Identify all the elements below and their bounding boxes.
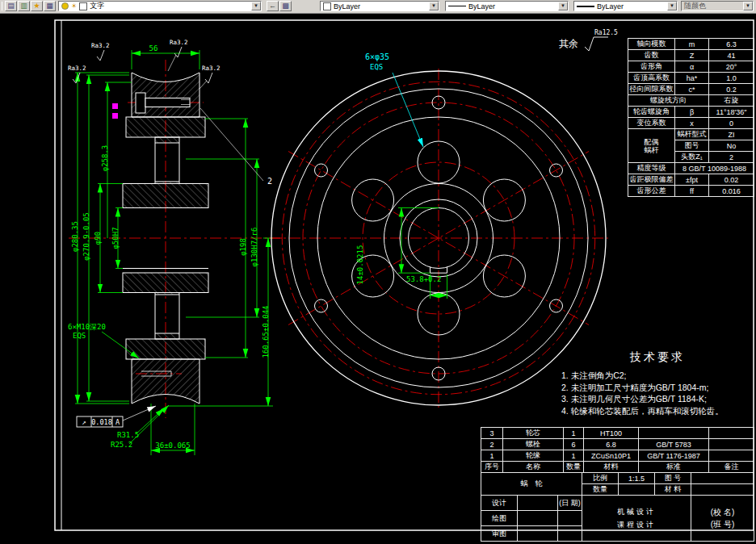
col-header: 备注 — [709, 462, 754, 473]
part-name: 螺栓 — [503, 439, 564, 450]
col-header: 序号 — [481, 462, 503, 473]
hole-callout: 6×φ35 EQS — [365, 52, 423, 147]
roughness-value: Ra3.2 — [68, 65, 86, 72]
label-tapped-eqs: EQS — [73, 332, 86, 340]
web-bottom — [155, 293, 179, 340]
linetype-combo-arrow-icon[interactable]: ▼ — [558, 2, 568, 10]
make-layer-current-icon[interactable]: ★ — [31, 1, 43, 11]
color-combo-arrow-icon[interactable]: ▼ — [429, 2, 439, 10]
param-label: 精度等级 — [628, 163, 675, 174]
param-value: 41 — [709, 50, 754, 61]
layer-tools-icon[interactable]: ▩ — [279, 1, 292, 11]
part-title: 蜗轮 — [481, 473, 582, 496]
rim-section-bottom — [132, 359, 200, 404]
layer-manager-icon[interactable]: ▦ — [44, 1, 56, 11]
param-value: 0.02 — [709, 174, 754, 186]
part-standard — [639, 428, 709, 439]
linetype-combo-value: ByLayer — [468, 2, 495, 10]
plotstyle-combo-value: 随颜色 — [684, 1, 706, 11]
part-qty: 1 — [564, 450, 584, 462]
dim-keyway-width: 14±0.0215 — [356, 245, 364, 285]
layer-combo-value: 文字 — [90, 1, 104, 11]
col-header: 材料 — [584, 462, 639, 473]
part-remark — [709, 428, 754, 439]
part-qty: 6 — [564, 439, 584, 450]
param-value: 8 GB/T 10089-1988 — [675, 163, 754, 174]
bolt-shank — [145, 98, 190, 107]
check-date — [558, 526, 582, 542]
label-holes: 6×φ35 — [365, 52, 389, 61]
param-label: 头数Z₁ — [675, 152, 709, 163]
param-value: ZI — [709, 129, 754, 140]
part-material: HT100 — [584, 428, 639, 439]
tech-req-item: 1. 未注倒角为C2; — [561, 370, 754, 382]
part-standard: GB/T 1176-1987 — [639, 450, 709, 462]
drawing-canvas[interactable]: 56 φ280.35 φ270.9-0.05 φ258.3 φ90 φ50H7 … — [0, 13, 756, 544]
layer-properties-icon[interactable]: ▤ — [5, 1, 17, 11]
plotstyle-combo[interactable]: 随颜色 ▼ — [681, 1, 754, 11]
runout-value: 0.018 — [91, 418, 112, 426]
param-label: 齿顶高系数 — [628, 73, 675, 84]
class-label: (班 号) — [691, 518, 754, 530]
param-symbol: β — [675, 107, 709, 118]
layer-combo-arrow-icon[interactable]: ▼ — [251, 2, 261, 10]
school-label: (校 名) — [691, 506, 754, 518]
roughness-check-icon — [97, 50, 104, 61]
hub-bottom — [123, 273, 208, 293]
plotstyle-combo-arrow-icon[interactable]: ▼ — [743, 2, 753, 10]
part-qty: 1 — [564, 428, 584, 439]
roughness-value: Ra3.2 — [170, 39, 188, 46]
param-label: 齿数 — [628, 50, 675, 61]
date-label: (日 期) — [558, 496, 582, 511]
front-view: 6×φ35 EQS 53.8+0.2 14±0.0215 — [269, 52, 608, 408]
param-symbol: ±fpt — [675, 174, 709, 186]
core-flange-top — [126, 117, 205, 137]
scale-label: 比例 — [582, 473, 619, 484]
color-swatch-icon — [323, 2, 331, 10]
front-centerlines — [269, 69, 608, 408]
part-balloon: 2 — [200, 108, 272, 186]
param-label: 齿距极限偏差 — [628, 174, 675, 186]
web-top — [155, 137, 179, 184]
roughness-texts: Ra3.2 Ra3.2 Ra3.2 Ra3.2 — [68, 39, 220, 72]
selection-grips[interactable] — [112, 103, 118, 119]
layer-previous-icon[interactable]: ← — [267, 1, 279, 11]
qty-value — [619, 484, 655, 496]
tech-req-item: 3. 未注明几何尺寸公差为GB/T 1184-K; — [561, 393, 754, 405]
param-value: 6.3 — [709, 39, 754, 50]
part-no: 2 — [481, 439, 503, 450]
col-header: 标准 — [639, 462, 709, 473]
tech-req-item: 2. 未注明加工尺寸精度为GB/T 1804-m; — [561, 382, 754, 394]
param-symbol: α — [675, 61, 709, 73]
color-combo[interactable]: ByLayer ▼ — [320, 1, 439, 11]
dim-flange-diameter: φ198 — [239, 238, 247, 256]
layer-combo[interactable]: ☀ 文字 ▼ — [58, 1, 262, 11]
param-label: 轴向模数 — [628, 39, 675, 50]
param-value: 0.016 — [709, 186, 754, 197]
table-row: 1轮缘1ZCuSn10P1GB/T 1176-1987 — [481, 450, 754, 462]
layer-freeze-icon[interactable]: ☀ — [71, 3, 77, 10]
part-name: 轮缘 — [503, 450, 564, 462]
parts-list: 3轮芯1HT100 2螺栓66.8GB/T 5783 1轮缘1ZCuSn10P1… — [481, 427, 754, 473]
lineweight-combo[interactable]: ByLayer ▼ — [573, 1, 678, 11]
drawno-value — [691, 473, 754, 484]
course-title: 机械设计 课程设计 — [582, 496, 691, 542]
layer-color-swatch — [79, 2, 87, 10]
param-symbol: m — [675, 39, 709, 50]
core-flange-bottom — [126, 339, 205, 359]
layer-visibility-icon[interactable] — [61, 2, 69, 10]
linetype-combo[interactable]: ByLayer ▼ — [445, 1, 569, 11]
scale-value: 1:1.5 — [619, 473, 655, 484]
lineweight-combo-value: ByLayer — [597, 2, 624, 10]
param-value: 1.0 — [709, 73, 754, 84]
table-header-row: 序号名称数量材料标准备注 — [481, 462, 754, 473]
param-value: 20° — [709, 61, 754, 73]
runout-symbol-icon: ↗ — [82, 418, 86, 426]
layer-states-icon[interactable]: ▥ — [18, 1, 30, 11]
lineweight-combo-arrow-icon[interactable]: ▼ — [667, 2, 677, 10]
roughness-default-value: Ra12.5 — [594, 29, 618, 36]
label-holes-eqs: EQS — [370, 63, 383, 71]
dim-center-distance: 160.65±0.044 — [262, 305, 270, 358]
col-header: 数量 — [564, 462, 584, 473]
param-symbol: ff — [675, 186, 709, 197]
